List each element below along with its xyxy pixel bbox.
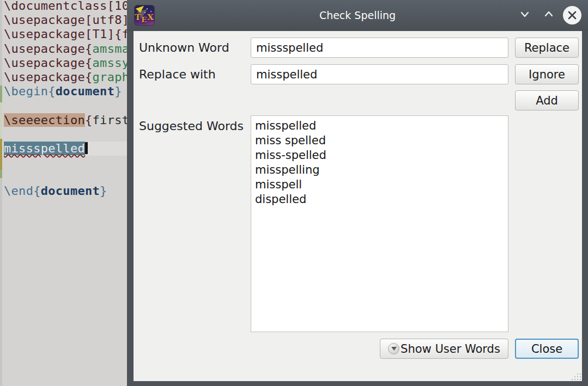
editor-line[interactable]: \usepackage{amsma bbox=[4, 42, 129, 56]
editor-line[interactable] bbox=[4, 156, 129, 170]
modified-lines-marker bbox=[0, 0, 2, 386]
editor-code[interactable]: \documentclass[10\usepackage[utf8]\usepa… bbox=[4, 0, 129, 199]
minimize-button[interactable] bbox=[516, 6, 534, 24]
show-user-words-label: Show User Words bbox=[401, 342, 500, 356]
editor-line[interactable]: \usepackage[T1]{f bbox=[4, 27, 129, 41]
unknown-word-label: Unknown Word bbox=[139, 38, 229, 58]
screen: \documentclass[10\usepackage[utf8]\usepa… bbox=[0, 0, 588, 386]
editor-line[interactable]: \seeeection{first bbox=[4, 113, 129, 127]
suggestion-item[interactable]: misspelled bbox=[251, 119, 508, 133]
suggestion-item[interactable]: miss spelled bbox=[251, 133, 508, 148]
editor-line[interactable]: \begin{document} bbox=[4, 84, 129, 99]
maximize-button[interactable] bbox=[539, 6, 558, 24]
replace-button[interactable]: Replace bbox=[515, 38, 579, 58]
replace-with-input[interactable] bbox=[251, 64, 508, 84]
close-window-button[interactable] bbox=[563, 6, 581, 24]
dialog-titlebar[interactable]: TEX Check Spelling bbox=[127, 0, 588, 31]
latex-editor[interactable]: \documentclass[10\usepackage[utf8]\usepa… bbox=[0, 0, 131, 386]
editor-line[interactable] bbox=[4, 127, 129, 142]
editor-line[interactable]: \usepackage{amssy bbox=[4, 56, 129, 70]
editor-line[interactable]: \usepackage{graph bbox=[4, 70, 129, 84]
modified-marker-segment bbox=[0, 170, 2, 178]
suggestion-item[interactable]: misspell bbox=[251, 177, 508, 192]
unknown-word-input[interactable] bbox=[251, 38, 508, 58]
suggested-words-list[interactable]: misspelledmiss spelledmiss-spelledmisspe… bbox=[251, 115, 508, 332]
editor-line[interactable]: \end{document} bbox=[4, 184, 129, 198]
modified-marker-segment bbox=[0, 102, 2, 139]
modified-marker-segment bbox=[0, 85, 2, 102]
replace-with-label: Replace with bbox=[139, 64, 216, 84]
chevron-down-icon bbox=[518, 8, 531, 23]
show-user-words-button[interactable]: Show User Words bbox=[380, 339, 508, 359]
add-button[interactable]: Add bbox=[515, 90, 579, 111]
editor-line[interactable]: \documentclass[10 bbox=[4, 0, 129, 13]
resize-grip-icon[interactable] bbox=[571, 372, 581, 380]
suggestion-item[interactable]: misspelling bbox=[251, 163, 508, 177]
editor-line[interactable] bbox=[4, 99, 129, 113]
text-cursor bbox=[85, 142, 88, 154]
close-button[interactable]: Close bbox=[515, 339, 579, 359]
suggestion-item[interactable]: miss-spelled bbox=[251, 148, 508, 163]
editor-line[interactable]: \usepackage[utf8] bbox=[4, 13, 129, 27]
ignore-button[interactable]: Ignore bbox=[515, 64, 579, 84]
check-spelling-dialog: TEX Check Spelling Unknown Word bbox=[127, 0, 588, 386]
suggestion-item[interactable]: dispelled bbox=[251, 192, 508, 207]
suggested-words-label: Suggested Words bbox=[139, 115, 244, 136]
editor-line[interactable]: missspelled bbox=[4, 142, 129, 156]
chevron-up-icon bbox=[542, 8, 555, 23]
dropdown-arrow-icon bbox=[388, 343, 399, 354]
close-x-icon bbox=[563, 6, 581, 24]
dialog-body: Unknown Word Replace with Replace Ignore… bbox=[134, 31, 582, 381]
editor-line[interactable] bbox=[4, 170, 129, 184]
modified-marker-segment bbox=[0, 139, 2, 170]
